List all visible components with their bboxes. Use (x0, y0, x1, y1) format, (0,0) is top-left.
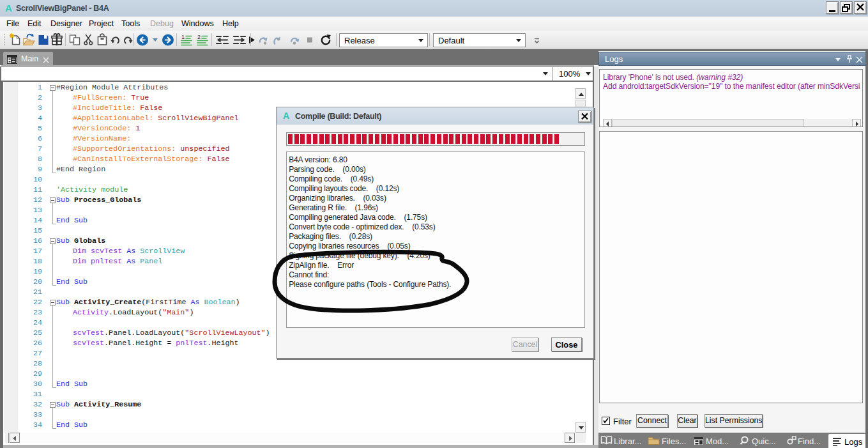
svg-text:1: 1 (181, 34, 185, 40)
svg-text:2: 2 (197, 34, 201, 40)
